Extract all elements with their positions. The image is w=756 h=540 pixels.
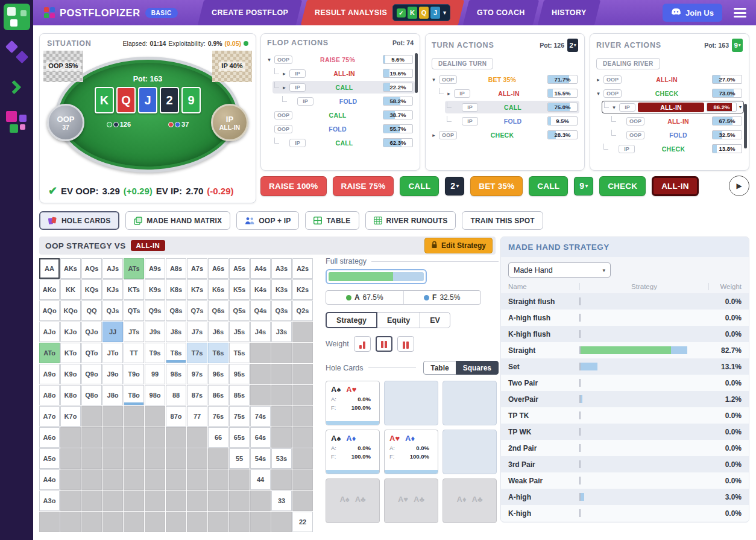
matrix-cell-empty[interactable] bbox=[271, 364, 292, 384]
matrix-cell-87o[interactable]: 87o bbox=[166, 406, 186, 427]
matrix-cell-J9s[interactable]: J9s bbox=[145, 322, 165, 342]
matrix-cell-empty[interactable] bbox=[166, 448, 186, 469]
call-button[interactable]: CALL bbox=[529, 176, 568, 196]
matrix-cell-empty[interactable] bbox=[60, 427, 81, 448]
matrix-cell-A8o[interactable]: A8o bbox=[39, 385, 60, 405]
tree-row[interactable]: OOPFOLD55.7% bbox=[265, 122, 415, 135]
matrix-cell-K7o[interactable]: K7o bbox=[60, 406, 81, 427]
matrix-cell-53s[interactable]: 53s bbox=[271, 448, 292, 469]
matrix-cell-empty[interactable] bbox=[81, 406, 102, 427]
matrix-cell-QQ[interactable]: QQ bbox=[81, 300, 102, 321]
matrix-cell-empty[interactable] bbox=[81, 512, 102, 532]
matrix-cell-empty[interactable] bbox=[60, 448, 81, 469]
matrix-cell-99[interactable]: 99 bbox=[145, 364, 165, 384]
join-us-button[interactable]: Join Us bbox=[663, 4, 722, 22]
arrow-nav-icon[interactable] bbox=[4, 74, 30, 100]
matrix-cell-AKo[interactable]: AKo bbox=[39, 279, 60, 300]
tree-row[interactable]: ▸OOPALL-IN27.0% bbox=[594, 73, 744, 86]
matrix-cell-empty[interactable] bbox=[250, 491, 271, 511]
matrix-cell-66[interactable]: 66 bbox=[208, 427, 228, 448]
card-select-2[interactable]: 2▾ bbox=[445, 177, 464, 195]
matrix-cell-A5o[interactable]: A5o bbox=[39, 448, 60, 469]
matrix-cell-empty[interactable] bbox=[208, 469, 228, 490]
weight-view-equal-button[interactable] bbox=[397, 336, 414, 352]
matrix-cell-T5s[interactable]: T5s bbox=[229, 343, 250, 363]
matrix-cell-95s[interactable]: 95s bbox=[229, 364, 250, 384]
tree-row[interactable]: ▾OOPBET 35%71.7% bbox=[429, 73, 579, 86]
matrix-cell-JTo[interactable]: JTo bbox=[102, 343, 123, 363]
tree-row[interactable]: ▾OOPCHECK73.0% bbox=[594, 87, 744, 100]
matrix-cell-Q8o[interactable]: Q8o bbox=[81, 385, 102, 405]
matrix-cell-K6s[interactable]: K6s bbox=[208, 279, 228, 300]
chevron-right-icon[interactable]: ▸ bbox=[431, 132, 436, 138]
matrix-cell-87s[interactable]: 87s bbox=[187, 385, 207, 405]
matrix-cell-Q7s[interactable]: Q7s bbox=[187, 300, 207, 321]
matrix-cell-QTo[interactable]: QTo bbox=[81, 343, 102, 363]
matrix-cell-empty[interactable] bbox=[271, 512, 292, 532]
combo-tile[interactable]: A♠A♦A:0.0%F:100.0% bbox=[326, 430, 380, 474]
matrix-cell-empty[interactable] bbox=[271, 469, 292, 490]
combo-tile[interactable]: A♠A♥A:0.0%F:100.0% bbox=[326, 381, 380, 425]
weight-view-small-button[interactable] bbox=[354, 336, 371, 352]
matrix-cell-empty[interactable] bbox=[145, 491, 165, 511]
matrix-cell-A6o[interactable]: A6o bbox=[39, 427, 60, 448]
bet-35-button[interactable]: BET 35% bbox=[470, 176, 523, 196]
matrix-cell-JTs[interactable]: JTs bbox=[124, 322, 144, 342]
matrix-cell-empty[interactable] bbox=[292, 322, 313, 342]
matrix-cell-empty[interactable] bbox=[81, 469, 102, 490]
matrix-cell-KQo[interactable]: KQo bbox=[60, 300, 81, 321]
dealing-turn-button[interactable]: DEALING TURN bbox=[432, 58, 493, 69]
card-select-9[interactable]: 9▾ bbox=[574, 177, 593, 195]
matrix-cell-KK[interactable]: KK bbox=[60, 279, 81, 300]
tree-row[interactable]: IPCALL75.0% bbox=[445, 101, 579, 113]
matrix-cell-44[interactable]: 44 bbox=[250, 469, 271, 490]
matrix-cell-T9s[interactable]: T9s bbox=[145, 343, 165, 363]
oop-range-thumbnail[interactable]: OOP 35% bbox=[43, 51, 83, 82]
matrix-cell-empty[interactable] bbox=[292, 491, 313, 511]
matrix-cell-KTo[interactable]: KTo bbox=[60, 343, 81, 363]
matrix-cell-KQs[interactable]: KQs bbox=[81, 279, 102, 300]
board-card-select[interactable]: 2▾ bbox=[567, 39, 578, 52]
matrix-cell-A4o[interactable]: A4o bbox=[39, 469, 60, 490]
matrix-cell-empty[interactable] bbox=[187, 469, 207, 490]
matrix-cell-QTs[interactable]: QTs bbox=[124, 300, 144, 321]
matrix-cell-A7s[interactable]: A7s bbox=[187, 258, 207, 279]
matrix-cell-75s[interactable]: 75s bbox=[229, 406, 250, 427]
tab-train-this-spot[interactable]: TRAIN THIS SPOT bbox=[462, 211, 543, 230]
logo-grid-icon[interactable] bbox=[4, 4, 30, 30]
matrix-cell-empty[interactable] bbox=[292, 385, 313, 405]
matrix-cell-A4s[interactable]: A4s bbox=[250, 258, 271, 279]
matrix-cell-64s[interactable]: 64s bbox=[250, 427, 271, 448]
nav-tab-history[interactable]: HISTORY bbox=[538, 0, 600, 25]
tree-row[interactable]: OOPALL-IN67.5% bbox=[610, 115, 744, 127]
board-selector[interactable]: ✓KQJ▾ bbox=[392, 4, 450, 21]
matrix-cell-A8s[interactable]: A8s bbox=[166, 258, 186, 279]
matrix-cell-empty[interactable] bbox=[60, 469, 81, 490]
matrix-cell-K4s[interactable]: K4s bbox=[250, 279, 271, 300]
matrix-cell-empty[interactable] bbox=[271, 343, 292, 363]
matrix-cell-AA[interactable]: AA bbox=[39, 258, 60, 279]
chevron-down-icon[interactable]: ▾ bbox=[431, 77, 436, 83]
matrix-cell-empty[interactable] bbox=[187, 491, 207, 511]
matrix-cell-Q5s[interactable]: Q5s bbox=[229, 300, 250, 321]
matrix-cell-KJo[interactable]: KJo bbox=[60, 322, 81, 342]
matrix-cell-A9s[interactable]: A9s bbox=[145, 258, 165, 279]
play-button[interactable]: ▶ bbox=[729, 176, 749, 196]
matrix-cell-empty[interactable] bbox=[292, 364, 313, 384]
matrix-cell-98o[interactable]: 98o bbox=[145, 385, 165, 405]
matrix-cell-J9o[interactable]: J9o bbox=[102, 364, 123, 384]
toggle-table[interactable]: Table bbox=[423, 361, 456, 375]
matrix-cell-76s[interactable]: 76s bbox=[208, 406, 228, 427]
matrix-cell-empty[interactable] bbox=[81, 448, 102, 469]
matrix-cell-K8o[interactable]: K8o bbox=[60, 385, 81, 405]
matrix-cell-empty[interactable] bbox=[81, 427, 102, 448]
tab-made-hand-matrix[interactable]: MADE HAND MATRIX bbox=[125, 211, 230, 230]
matrix-cell-Q2s[interactable]: Q2s bbox=[292, 300, 313, 321]
matrix-cell-empty[interactable] bbox=[102, 406, 123, 427]
matrix-cell-empty[interactable] bbox=[292, 448, 313, 469]
diamonds-nav-icon[interactable] bbox=[4, 39, 30, 65]
matrix-cell-empty[interactable] bbox=[145, 469, 165, 490]
matrix-cell-A7o[interactable]: A7o bbox=[39, 406, 60, 427]
matrix-cell-empty[interactable] bbox=[145, 448, 165, 469]
matrix-cell-empty[interactable] bbox=[124, 427, 144, 448]
